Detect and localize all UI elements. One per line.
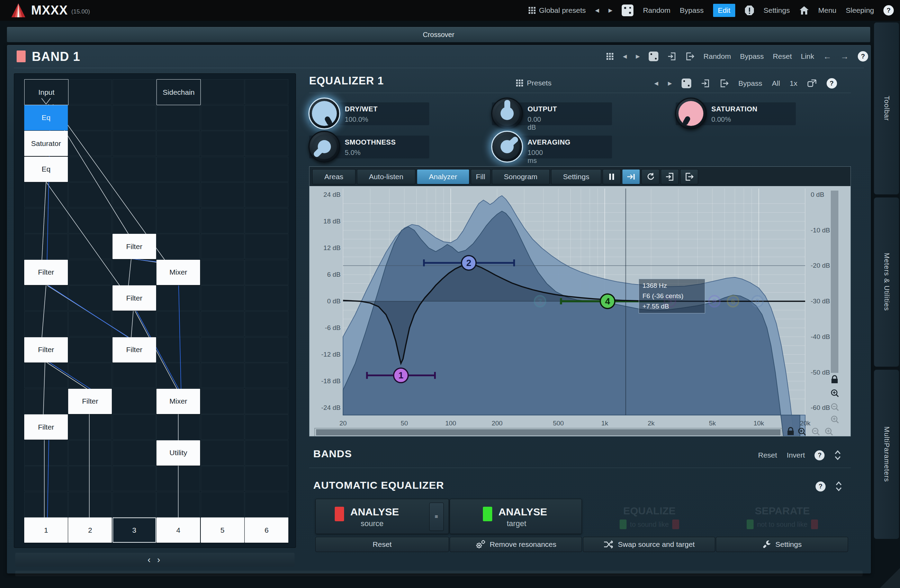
equalize-button-disabled[interactable]: EQUALIZE to sound like (584, 499, 714, 533)
band-bypass-button[interactable]: Bypass (740, 52, 764, 60)
next-icon[interactable]: ▶ (636, 53, 640, 59)
export-icon[interactable] (680, 169, 698, 184)
help-icon[interactable]: ? (883, 5, 894, 15)
back-icon[interactable]: ← (823, 51, 832, 61)
node-output-4[interactable]: 4 (157, 517, 200, 543)
eq-band-point-0-disabled[interactable]: 0 (752, 296, 763, 307)
dice-icon[interactable] (681, 79, 691, 88)
node-filter-b[interactable]: Filter (24, 260, 68, 285)
bottom-strip[interactable] (15, 571, 863, 576)
output-knob[interactable] (491, 97, 523, 129)
next-preset-button[interactable]: ▶ (608, 7, 613, 14)
next-icon[interactable]: ▶ (668, 80, 672, 87)
prev-icon[interactable]: ◀ (623, 53, 627, 59)
node-filter-e[interactable]: Filter (113, 337, 156, 362)
swap-source-target-button[interactable]: Swap source and target (583, 537, 715, 552)
saturation-knob[interactable] (675, 97, 707, 129)
node-output-3[interactable]: 3 (113, 517, 156, 543)
dry-wet-knob[interactable] (309, 97, 340, 129)
node-sidechain[interactable]: Sidechain (157, 79, 201, 105)
help-icon[interactable]: ? (815, 450, 824, 460)
node-filter-a[interactable]: Filter (113, 234, 156, 259)
graph-v-scrollbar-thumb[interactable] (831, 190, 838, 373)
help-icon[interactable]: ? (858, 51, 868, 62)
collapse-expand-icon[interactable] (835, 481, 842, 492)
forward-icon[interactable]: → (841, 51, 849, 61)
band-reset-button[interactable]: Reset (773, 52, 792, 60)
node-mixer-a[interactable]: Mixer (157, 260, 200, 285)
remove-resonances-button[interactable]: Remove resonances (450, 537, 582, 552)
band-random-button[interactable]: Random (703, 52, 731, 60)
edit-button[interactable]: Edit (713, 4, 735, 17)
node-mixer-b[interactable]: Mixer (157, 389, 200, 414)
help-icon[interactable]: ? (816, 481, 826, 492)
node-eq-2[interactable]: Eq (24, 157, 68, 182)
eq-band-point-1[interactable]: 1 (394, 368, 408, 382)
eq-band-point-2[interactable]: 2 (461, 255, 476, 270)
sleeping-status[interactable]: Sleeping (846, 6, 874, 14)
crossover-bar[interactable]: Crossover (7, 27, 870, 42)
prev-icon[interactable]: ◀ (654, 80, 658, 87)
pause-icon[interactable] (603, 169, 621, 184)
export-icon[interactable] (685, 52, 694, 61)
eq-scale-button[interactable]: 1x (790, 79, 797, 88)
eq-bypass-button[interactable]: Bypass (739, 79, 762, 88)
graph-tab-fill[interactable]: Fill (471, 169, 490, 184)
band-link-button[interactable]: Link (801, 52, 814, 60)
dice-icon[interactable] (622, 5, 633, 16)
analyse-source-button[interactable]: ANALYSE source ≡ (315, 499, 449, 534)
collapse-expand-icon[interactable] (834, 450, 841, 461)
eq-band-point-4[interactable]: 4 (600, 294, 615, 308)
sidebar-tab-toolbar[interactable]: Toolbar (874, 22, 899, 195)
normalize-icon[interactable] (622, 169, 640, 184)
graph-tab-auto-listen[interactable]: Auto-listen (357, 169, 415, 184)
home-icon[interactable] (799, 6, 809, 15)
eq-band-point-3-disabled[interactable]: 3 (534, 296, 546, 307)
graph-h-scrollbar-thumb[interactable] (316, 429, 781, 435)
node-eq-selected[interactable]: Eq (24, 105, 68, 130)
menu-button[interactable]: Menu (818, 6, 836, 14)
sidebar-tab-multiparameters[interactable]: MultiParameters (874, 370, 899, 539)
node-output-2[interactable]: 2 (68, 517, 112, 543)
auto-eq-settings-button[interactable]: Settings (716, 537, 848, 552)
smoothness-knob[interactable] (309, 131, 340, 162)
import-icon[interactable] (661, 169, 679, 184)
resize-corner[interactable] (880, 568, 900, 588)
prev-preset-button[interactable]: ◀ (595, 7, 599, 14)
bands-invert-button[interactable]: Invert (787, 451, 805, 460)
node-saturator[interactable]: Saturator (24, 131, 68, 156)
export-icon[interactable] (720, 79, 729, 88)
node-input[interactable]: Input (24, 79, 68, 105)
auto-eq-reset-button[interactable]: Reset (315, 537, 449, 552)
node-output-1[interactable]: 1 (24, 517, 68, 543)
import-icon[interactable] (701, 79, 710, 88)
eq-band-point-9-disabled[interactable]: 9 (709, 296, 720, 307)
node-panel-scrollbar[interactable]: ‹ › (15, 553, 295, 566)
random-button[interactable]: Random (643, 6, 670, 14)
graph-tab-areas[interactable]: Areas (312, 169, 355, 184)
source-menu-button[interactable]: ≡ (429, 503, 444, 531)
global-presets-button[interactable]: Global presets (528, 6, 586, 14)
sidebar-tab-meters-utilities[interactable]: Meters & Utilities (874, 197, 899, 367)
analyse-target-button[interactable]: ANALYSE target (450, 499, 582, 534)
node-output-5[interactable]: 5 (201, 517, 244, 543)
bypass-button[interactable]: Bypass (680, 6, 704, 14)
grid-icon[interactable] (606, 53, 614, 60)
band-color-swatch[interactable] (17, 51, 26, 62)
import-icon[interactable] (667, 52, 677, 61)
help-icon[interactable]: ? (827, 78, 837, 88)
graph-tab-settings[interactable]: Settings (551, 169, 602, 184)
graph-tab-sonogram[interactable]: Sonogram (492, 169, 550, 184)
equalizer-presets-button[interactable]: Presets (516, 79, 551, 87)
graph-tab-analyzer[interactable]: Analyzer (417, 169, 469, 184)
eq-band-point-6-disabled[interactable]: 6 (728, 296, 739, 307)
alert-icon[interactable] (745, 5, 754, 15)
node-filter-g[interactable]: Filter (24, 415, 68, 439)
node-output-6[interactable]: 6 (245, 517, 289, 543)
detach-window-icon[interactable] (807, 79, 817, 88)
node-filter-d[interactable]: Filter (24, 337, 68, 362)
separate-button-disabled[interactable]: SEPARATE not to sound like (717, 499, 847, 533)
dice-icon[interactable] (649, 51, 658, 61)
averaging-knob[interactable] (491, 131, 523, 162)
node-filter-c[interactable]: Filter (113, 285, 156, 311)
